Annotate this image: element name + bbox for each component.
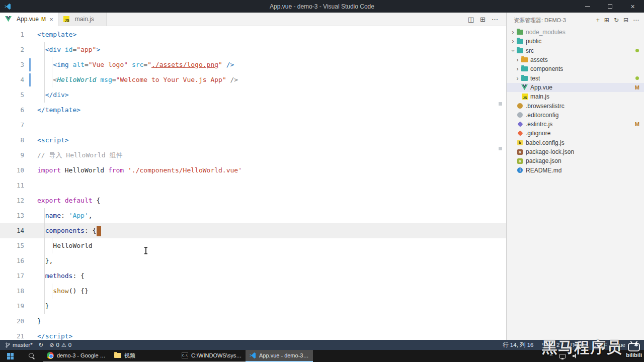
tree-item-package-lock.json[interactable]: ›npackage-lock.json — [507, 147, 644, 156]
modified-badge: M — [41, 16, 46, 22]
close-button[interactable]: × — [621, 0, 644, 13]
code-line-17[interactable]: 17 methods: { — [0, 268, 506, 284]
code-line-7[interactable]: 7 — [0, 118, 506, 133]
code-line-13[interactable]: 13 name: 'App', — [0, 208, 506, 223]
taskbar-button-vscode[interactable]: App.vue - demo-3 -... — [246, 350, 313, 362]
code-token — [37, 91, 45, 99]
explorer-title: 资源管理器: DEMO-3 — [514, 17, 566, 24]
tree-item-components[interactable]: ›components — [507, 64, 644, 73]
code-line-12[interactable]: 12export default { — [0, 193, 506, 208]
tree-item-package.json[interactable]: ›npackage.json — [507, 156, 644, 165]
notifications-bell-icon[interactable] — [633, 342, 639, 348]
sync-icon[interactable]: ↻ — [39, 341, 44, 348]
code-line-16[interactable]: 16 }, — [0, 253, 506, 268]
code-line-8[interactable]: 8<script> — [0, 133, 506, 148]
tree-item-test[interactable]: ›test — [507, 73, 644, 82]
tree-item-public[interactable]: ›public — [507, 37, 644, 46]
eol-setting[interactable]: CRLF — [592, 342, 607, 348]
new-folder-icon[interactable]: ⊞ — [604, 17, 609, 24]
code-line-18[interactable]: 18 show() {} — [0, 284, 506, 299]
chevron-right-icon[interactable]: › — [510, 29, 516, 35]
chevron-down-icon[interactable]: › — [510, 47, 516, 54]
code-line-6[interactable]: 6</template> — [0, 103, 506, 118]
code-line-10[interactable]: 10import HelloWorld from './components/H… — [0, 163, 506, 178]
code-line-21[interactable]: 21</script> — [0, 329, 506, 340]
cursor-position[interactable]: 行 14, 列 16 — [503, 341, 533, 349]
tray-expand-icon[interactable] — [550, 353, 552, 359]
tree-item-README.md[interactable]: ›iREADME.md — [507, 165, 644, 174]
collapse-folders-icon[interactable]: ⊟ — [623, 17, 628, 24]
tree-item-.browserslistrc[interactable]: ›.browserslistrc — [507, 101, 644, 110]
tree-item-src[interactable]: ›src — [507, 46, 644, 55]
refresh-icon[interactable]: ↻ — [614, 17, 619, 24]
encoding-setting[interactable]: UTF-8 — [568, 342, 584, 348]
code-token: : — [61, 212, 69, 219]
taskbar-search-button[interactable] — [20, 350, 43, 362]
code-token: "app" — [76, 46, 96, 53]
code-line-9[interactable]: 9// 导入 HelloWorld 组件 — [0, 148, 506, 163]
tree-item-label: App.vue — [530, 84, 552, 91]
language-mode[interactable]: Vue — [615, 342, 625, 348]
code-token — [37, 227, 45, 234]
taskbar-button-cmd[interactable]: C:\C:\WINDOWS\syste... — [178, 350, 246, 362]
chevron-right-icon[interactable]: › — [514, 66, 521, 72]
split-editor-icon[interactable]: ◫ — [468, 16, 474, 23]
chevron-right-icon[interactable]: › — [514, 75, 521, 81]
tree-item-label: package.json — [526, 157, 561, 164]
code-line-1[interactable]: 1<template> — [0, 27, 506, 42]
tree-item-node_modules[interactable]: ›node_modules — [507, 28, 644, 37]
tree-item-.eslintrc.js[interactable]: ›.eslintrc.jsM — [507, 120, 644, 129]
code-line-15[interactable]: 15 HelloWorld — [0, 238, 506, 253]
window-title: App.vue - demo-3 - Visual Studio Code — [270, 3, 374, 10]
taskbar-button-chrome[interactable]: demo-3 - Google C... — [43, 350, 111, 362]
code-editor[interactable]: 1<template>2 <div id="app">3 <img alt="V… — [0, 26, 506, 340]
tab-App.vue[interactable]: App.vueM× — [0, 13, 58, 26]
code-line-14[interactable]: 14 components: { — [0, 223, 506, 238]
git-branch-icon — [5, 342, 11, 348]
git-icon — [516, 131, 524, 135]
more-actions-icon[interactable]: ⋯ — [492, 16, 498, 23]
code-line-19[interactable]: 19 } — [0, 299, 506, 314]
line-number: 5 — [0, 87, 31, 103]
code-token: src — [132, 61, 143, 68]
tree-item-babel.config.js[interactable]: ›bbabel.config.js — [507, 138, 644, 147]
minimize-button[interactable] — [576, 0, 599, 13]
git-branch-indicator[interactable]: master* — [5, 342, 33, 348]
windows-start-icon — [7, 353, 10, 356]
code-line-2[interactable]: 2 <div id="app"> — [0, 42, 506, 57]
tree-item-label: .browserslistrc — [526, 103, 565, 110]
line-number: 15 — [0, 238, 31, 253]
start-button[interactable] — [0, 350, 20, 362]
overview-ruler-mark — [499, 102, 502, 106]
new-file-icon[interactable]: + — [596, 17, 600, 24]
taskbar-button-folder-win[interactable]: 视频 — [111, 350, 178, 362]
explorer-sidebar: 资源管理器: DEMO-3 +⊞↻⊟⋯ ›node_modules›public… — [506, 13, 644, 340]
code-token — [37, 76, 53, 83]
indentation-setting[interactable]: 空格: 2 — [542, 341, 560, 349]
code-line-20[interactable]: 20} — [0, 314, 506, 329]
more-actions-icon[interactable]: ⋯ — [633, 17, 639, 24]
tree-item-assets[interactable]: ›assets — [507, 55, 644, 64]
code-token: " — [218, 61, 222, 68]
network-icon[interactable] — [559, 354, 566, 358]
problems-indicator[interactable]: ⊘ 0 ⚠ 0 — [49, 342, 71, 348]
code-line-5[interactable]: 5 </div> — [0, 87, 506, 103]
chevron-right-icon[interactable]: › — [514, 57, 521, 63]
code-line-11[interactable]: 11 — [0, 178, 506, 193]
tab-main.js[interactable]: JSmain.js — [58, 13, 107, 26]
code-line-3[interactable]: 3 <img alt="Vue logo" src="./assets/logo… — [0, 57, 506, 72]
tree-item-.gitignore[interactable]: ›.gitignore — [507, 129, 644, 138]
git-change-gutter — [29, 73, 31, 86]
code-line-4[interactable]: 4 <HelloWorld msg="Welcome to Your Vue.j… — [0, 72, 506, 87]
chevron-right-icon[interactable]: › — [510, 38, 516, 44]
taskbar-button-label: 视频 — [124, 352, 135, 359]
layout-icon[interactable]: ⊞ — [480, 16, 486, 23]
maximize-button[interactable] — [599, 0, 621, 13]
tree-item-main.js[interactable]: ›JSmain.js — [507, 92, 644, 101]
tree-item-App.vue[interactable]: ›App.vueM — [507, 83, 644, 92]
code-token: }, — [37, 257, 53, 264]
tree-item-.editorconfig[interactable]: ›.editorconfig — [507, 111, 644, 120]
volume-icon[interactable] — [573, 353, 579, 358]
folder-icon — [516, 39, 524, 44]
close-tab-icon[interactable]: × — [49, 16, 53, 23]
